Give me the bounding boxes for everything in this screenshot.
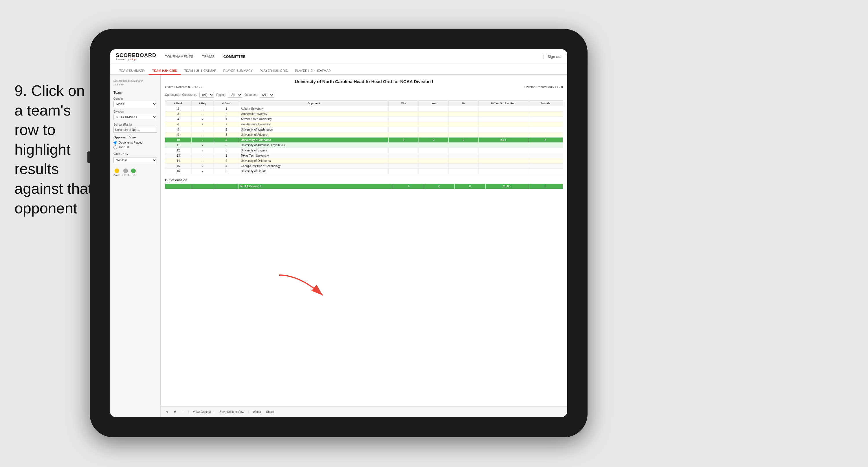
cell-opponent: Vanderbilt University <box>239 112 389 117</box>
table-row[interactable]: 11-6University of Arkansas, Fayetteville <box>165 143 563 148</box>
data-panel: University of North Carolina Head-to-Hea… <box>161 75 567 417</box>
brand-label: clippi <box>130 58 136 61</box>
cell-reg: - <box>191 148 214 153</box>
table-row[interactable]: 8-2University of Washington <box>165 127 563 132</box>
nav-tournaments[interactable]: TOURNAMENTS <box>165 55 193 59</box>
header-loss: Loss <box>418 101 448 106</box>
cell-tie <box>448 112 478 117</box>
watch-btn[interactable]: Watch <box>252 410 262 414</box>
opponent-filter-select[interactable]: (All) <box>259 92 274 97</box>
header-opponent: Opponent <box>239 101 389 106</box>
opponent-view-title: Opponent View <box>114 136 157 139</box>
nav-teams[interactable]: TEAMS <box>202 55 215 59</box>
cell-conf: 3 <box>214 169 239 174</box>
table-row[interactable]: 6-2Florida State University <box>165 122 563 127</box>
cell-rank: 16 <box>165 169 192 174</box>
cell-rank: 2 <box>165 106 192 112</box>
table-row[interactable]: 15-4Georgia Institute of Technology <box>165 164 563 169</box>
cell-conf: 3 <box>214 148 239 153</box>
cell-tie <box>448 153 478 158</box>
powered-by-text: Powered by clippi <box>116 58 156 61</box>
cell-rounds <box>528 158 563 164</box>
cell-win <box>389 148 418 153</box>
cell-conf: 4 <box>214 164 239 169</box>
table-row[interactable]: 10-5University of Alabama3002.618 <box>165 138 563 143</box>
sign-out-link[interactable]: Sign out <box>548 55 561 59</box>
cell-rank: 9 <box>165 132 192 138</box>
school-value[interactable]: University of Nort... <box>114 127 157 133</box>
cell-rank: 4 <box>165 117 192 122</box>
tab-team-h2h-grid[interactable]: TEAM H2H GRID <box>149 67 181 75</box>
redo-button[interactable]: ↻ <box>173 410 177 414</box>
division-select[interactable]: NCAA Division I <box>114 114 157 120</box>
cell-opponent: Auburn University <box>239 106 389 112</box>
logo-text: SCOREBOARD <box>116 52 156 58</box>
back-button[interactable]: ← <box>180 410 185 414</box>
bottom-toolbar: ↺ ↻ ← | View: Original | Save Custom Vie… <box>161 407 567 417</box>
out-div-opponent: NCAA Division II <box>239 184 393 189</box>
share-btn[interactable]: Share <box>265 410 275 414</box>
cell-diff <box>478 169 528 174</box>
cell-conf: 2 <box>214 122 239 127</box>
undo-button[interactable]: ↺ <box>165 410 169 414</box>
top-navigation: SCOREBOARD Powered by clippi TOURNAMENTS… <box>110 49 567 64</box>
tab-team-summary[interactable]: TEAM SUMMARY <box>116 67 149 75</box>
conference-filter-select[interactable]: (All) <box>199 92 214 97</box>
cell-reg: - <box>191 138 214 143</box>
header-rounds: Rounds <box>528 101 563 106</box>
cell-tie <box>448 127 478 132</box>
cell-win <box>389 169 418 174</box>
nav-committee[interactable]: COMMITTEE <box>223 55 246 59</box>
cell-opponent: University of Arizona <box>239 132 389 138</box>
h2h-table: # Rank # Reg # Conf Opponent Win Loss Ti… <box>165 100 563 174</box>
toolbar-view-btn[interactable]: View: Original <box>192 410 212 414</box>
cell-opponent: Georgia Institute of Technology <box>239 164 389 169</box>
division-record: Division Record: 88 - 17 - 0 <box>524 85 563 89</box>
cell-conf: 6 <box>214 143 239 148</box>
cell-reg: - <box>191 117 214 122</box>
table-row[interactable]: 16-3University of Florida <box>165 169 563 174</box>
table-row[interactable]: 12-3University of Virginia <box>165 148 563 153</box>
save-custom-view-btn[interactable]: Save Custom View <box>219 410 245 414</box>
radio-top-100-input[interactable] <box>114 145 117 149</box>
panel-title: University of North Carolina Head-to-Hea… <box>165 79 563 84</box>
colour-by-select[interactable]: Win/loss <box>114 157 157 163</box>
tab-player-summary[interactable]: PLAYER SUMMARY <box>220 67 256 75</box>
cell-reg: - <box>191 158 214 164</box>
cell-win <box>389 112 418 117</box>
table-row[interactable]: 9-3University of Arizona <box>165 132 563 138</box>
region-filter-select[interactable]: (All) <box>228 92 242 97</box>
cell-diff <box>478 143 528 148</box>
tab-team-h2h-heatmap[interactable]: TEAM H2H HEATMAP <box>181 67 220 75</box>
cell-reg: - <box>191 122 214 127</box>
table-row[interactable]: 3-2Vanderbilt University <box>165 112 563 117</box>
gender-select[interactable]: Men's <box>114 101 157 107</box>
tab-player-h2h-grid[interactable]: PLAYER H2H GRID <box>256 67 291 75</box>
radio-opponents-played-input[interactable] <box>114 141 117 144</box>
out-of-division-table: NCAA Division II 1 0 0 26.00 3 <box>165 183 563 189</box>
table-row[interactable]: 14-2University of Oklahoma <box>165 158 563 164</box>
cell-win <box>389 158 418 164</box>
cell-loss <box>418 158 448 164</box>
cell-reg: - <box>191 153 214 158</box>
table-row[interactable]: 4-1Arizona State University <box>165 117 563 122</box>
table-row[interactable]: 13-1Texas Tech University <box>165 153 563 158</box>
out-of-division-row[interactable]: NCAA Division II 1 0 0 26.00 3 <box>165 184 563 189</box>
division-label: Division <box>114 110 157 113</box>
cell-diff <box>478 153 528 158</box>
last-updated-date: Last Updated: 27/03/2024 <box>114 79 157 83</box>
cell-reg: - <box>191 106 214 112</box>
legend-group: Down Level Up <box>114 169 157 177</box>
header-conf: # Conf <box>214 101 239 106</box>
tab-player-h2h-heatmap[interactable]: PLAYER H2H HEATMAP <box>291 67 334 75</box>
legend-level-label: Level <box>122 174 129 177</box>
radio-top-100[interactable]: Top 100 <box>114 145 157 149</box>
region-filter-label: Region <box>216 93 225 96</box>
school-label: School (Rank) <box>114 123 157 126</box>
table-row[interactable]: 2-1Auburn University <box>165 106 563 112</box>
cell-diff <box>478 132 528 138</box>
toolbar-sep2: | <box>215 410 216 413</box>
out-div-rank <box>165 184 192 189</box>
opponent-view-radio-group: Opponents Played Top 100 <box>114 141 157 149</box>
radio-opponents-played[interactable]: Opponents Played <box>114 141 157 144</box>
